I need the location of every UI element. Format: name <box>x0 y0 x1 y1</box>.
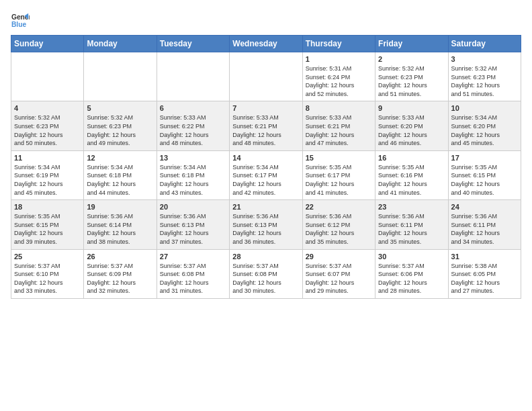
calendar-week-row: 18Sunrise: 5:35 AM Sunset: 6:15 PM Dayli… <box>11 200 521 249</box>
day-info: Sunrise: 5:35 AM Sunset: 6:15 PM Dayligh… <box>451 163 518 197</box>
calendar-cell: 23Sunrise: 5:36 AM Sunset: 6:11 PM Dayli… <box>375 200 448 249</box>
day-info: Sunrise: 5:34 AM Sunset: 6:18 PM Dayligh… <box>160 163 226 197</box>
day-number: 11 <box>14 154 81 162</box>
weekday-header-friday: Friday <box>375 36 448 52</box>
calendar-table: SundayMondayTuesdayWednesdayThursdayFrid… <box>11 35 521 299</box>
calendar-header-row: SundayMondayTuesdayWednesdayThursdayFrid… <box>11 36 521 52</box>
day-info: Sunrise: 5:37 AM Sunset: 6:07 PM Dayligh… <box>306 262 372 295</box>
day-info: Sunrise: 5:32 AM Sunset: 6:23 PM Dayligh… <box>451 64 518 98</box>
weekday-header-tuesday: Tuesday <box>157 36 229 52</box>
calendar-cell <box>157 52 229 101</box>
day-number: 28 <box>232 253 299 261</box>
calendar-cell: 1Sunrise: 5:31 AM Sunset: 6:24 PM Daylig… <box>302 52 375 101</box>
day-info: Sunrise: 5:34 AM Sunset: 6:19 PM Dayligh… <box>14 163 81 197</box>
day-info: Sunrise: 5:37 AM Sunset: 6:08 PM Dayligh… <box>232 262 299 295</box>
day-info: Sunrise: 5:36 AM Sunset: 6:14 PM Dayligh… <box>87 212 153 246</box>
calendar-cell: 11Sunrise: 5:34 AM Sunset: 6:19 PM Dayli… <box>11 150 84 199</box>
calendar-cell: 24Sunrise: 5:36 AM Sunset: 6:11 PM Dayli… <box>448 200 521 249</box>
day-number: 19 <box>87 203 153 211</box>
logo-icon: General Blue <box>11 11 30 30</box>
calendar-cell: 18Sunrise: 5:35 AM Sunset: 6:15 PM Dayli… <box>11 200 84 249</box>
day-info: Sunrise: 5:37 AM Sunset: 6:09 PM Dayligh… <box>87 262 153 295</box>
day-info: Sunrise: 5:34 AM Sunset: 6:18 PM Dayligh… <box>87 163 153 197</box>
calendar-cell: 30Sunrise: 5:37 AM Sunset: 6:06 PM Dayli… <box>375 249 448 298</box>
day-info: Sunrise: 5:31 AM Sunset: 6:24 PM Dayligh… <box>306 64 372 98</box>
calendar-cell: 14Sunrise: 5:34 AM Sunset: 6:17 PM Dayli… <box>230 150 302 199</box>
calendar-cell <box>230 52 302 101</box>
day-number: 30 <box>378 253 445 261</box>
day-number: 25 <box>14 253 81 261</box>
logo: General Blue <box>11 11 32 30</box>
calendar-cell: 25Sunrise: 5:37 AM Sunset: 6:10 PM Dayli… <box>11 249 84 298</box>
day-number: 29 <box>306 253 372 261</box>
svg-text:Blue: Blue <box>11 21 27 28</box>
day-number: 21 <box>232 203 299 211</box>
calendar-cell: 21Sunrise: 5:36 AM Sunset: 6:13 PM Dayli… <box>230 200 302 249</box>
calendar-cell: 22Sunrise: 5:36 AM Sunset: 6:12 PM Dayli… <box>302 200 375 249</box>
day-info: Sunrise: 5:37 AM Sunset: 6:06 PM Dayligh… <box>378 262 445 295</box>
weekday-header-sunday: Sunday <box>11 36 84 52</box>
day-info: Sunrise: 5:38 AM Sunset: 6:05 PM Dayligh… <box>451 262 518 295</box>
calendar-cell: 26Sunrise: 5:37 AM Sunset: 6:09 PM Dayli… <box>84 249 157 298</box>
calendar-cell: 27Sunrise: 5:37 AM Sunset: 6:08 PM Dayli… <box>157 249 229 298</box>
day-number: 8 <box>306 104 372 112</box>
weekday-header-wednesday: Wednesday <box>230 36 302 52</box>
calendar-cell: 7Sunrise: 5:33 AM Sunset: 6:21 PM Daylig… <box>230 101 302 150</box>
day-info: Sunrise: 5:36 AM Sunset: 6:11 PM Dayligh… <box>451 212 518 246</box>
day-info: Sunrise: 5:36 AM Sunset: 6:11 PM Dayligh… <box>378 212 445 246</box>
day-number: 14 <box>232 154 299 162</box>
page-header: General Blue <box>11 11 521 30</box>
day-number: 5 <box>87 104 153 112</box>
calendar-cell: 10Sunrise: 5:34 AM Sunset: 6:20 PM Dayli… <box>448 101 521 150</box>
weekday-header-saturday: Saturday <box>448 36 521 52</box>
day-number: 4 <box>14 104 81 112</box>
day-info: Sunrise: 5:35 AM Sunset: 6:17 PM Dayligh… <box>306 163 372 197</box>
weekday-header-thursday: Thursday <box>302 36 375 52</box>
calendar-cell: 8Sunrise: 5:33 AM Sunset: 6:21 PM Daylig… <box>302 101 375 150</box>
day-number: 17 <box>451 154 518 162</box>
day-info: Sunrise: 5:32 AM Sunset: 6:23 PM Dayligh… <box>14 113 81 147</box>
calendar-week-row: 1Sunrise: 5:31 AM Sunset: 6:24 PM Daylig… <box>11 52 521 101</box>
day-number: 12 <box>87 154 153 162</box>
day-info: Sunrise: 5:32 AM Sunset: 6:23 PM Dayligh… <box>378 64 445 98</box>
day-info: Sunrise: 5:36 AM Sunset: 6:13 PM Dayligh… <box>160 212 226 246</box>
day-number: 1 <box>306 55 372 63</box>
calendar-cell: 20Sunrise: 5:36 AM Sunset: 6:13 PM Dayli… <box>157 200 229 249</box>
day-info: Sunrise: 5:34 AM Sunset: 6:20 PM Dayligh… <box>451 113 518 147</box>
day-number: 9 <box>378 104 445 112</box>
day-info: Sunrise: 5:36 AM Sunset: 6:12 PM Dayligh… <box>306 212 372 246</box>
calendar-week-row: 4Sunrise: 5:32 AM Sunset: 6:23 PM Daylig… <box>11 101 521 150</box>
calendar-cell: 6Sunrise: 5:33 AM Sunset: 6:22 PM Daylig… <box>157 101 229 150</box>
day-number: 18 <box>14 203 81 211</box>
day-info: Sunrise: 5:33 AM Sunset: 6:21 PM Dayligh… <box>232 113 299 147</box>
weekday-header-monday: Monday <box>84 36 157 52</box>
day-number: 7 <box>232 104 299 112</box>
day-info: Sunrise: 5:36 AM Sunset: 6:13 PM Dayligh… <box>232 212 299 246</box>
calendar-cell: 9Sunrise: 5:33 AM Sunset: 6:20 PM Daylig… <box>375 101 448 150</box>
calendar-cell: 31Sunrise: 5:38 AM Sunset: 6:05 PM Dayli… <box>448 249 521 298</box>
day-info: Sunrise: 5:37 AM Sunset: 6:08 PM Dayligh… <box>160 262 226 295</box>
calendar-cell: 3Sunrise: 5:32 AM Sunset: 6:23 PM Daylig… <box>448 52 521 101</box>
day-number: 13 <box>160 154 226 162</box>
calendar-cell <box>84 52 157 101</box>
day-info: Sunrise: 5:35 AM Sunset: 6:16 PM Dayligh… <box>378 163 445 197</box>
calendar-cell: 13Sunrise: 5:34 AM Sunset: 6:18 PM Dayli… <box>157 150 229 199</box>
day-info: Sunrise: 5:34 AM Sunset: 6:17 PM Dayligh… <box>232 163 299 197</box>
day-number: 22 <box>306 203 372 211</box>
day-number: 6 <box>160 104 226 112</box>
day-number: 20 <box>160 203 226 211</box>
day-number: 31 <box>451 253 518 261</box>
day-number: 15 <box>306 154 372 162</box>
day-info: Sunrise: 5:35 AM Sunset: 6:15 PM Dayligh… <box>14 212 81 246</box>
day-number: 24 <box>451 203 518 211</box>
day-number: 27 <box>160 253 226 261</box>
day-number: 2 <box>378 55 445 63</box>
calendar-cell: 19Sunrise: 5:36 AM Sunset: 6:14 PM Dayli… <box>84 200 157 249</box>
calendar-week-row: 25Sunrise: 5:37 AM Sunset: 6:10 PM Dayli… <box>11 249 521 298</box>
calendar-cell <box>11 52 84 101</box>
calendar-cell: 4Sunrise: 5:32 AM Sunset: 6:23 PM Daylig… <box>11 101 84 150</box>
day-info: Sunrise: 5:37 AM Sunset: 6:10 PM Dayligh… <box>14 262 81 295</box>
calendar-cell: 15Sunrise: 5:35 AM Sunset: 6:17 PM Dayli… <box>302 150 375 199</box>
calendar-cell: 12Sunrise: 5:34 AM Sunset: 6:18 PM Dayli… <box>84 150 157 199</box>
calendar-cell: 17Sunrise: 5:35 AM Sunset: 6:15 PM Dayli… <box>448 150 521 199</box>
